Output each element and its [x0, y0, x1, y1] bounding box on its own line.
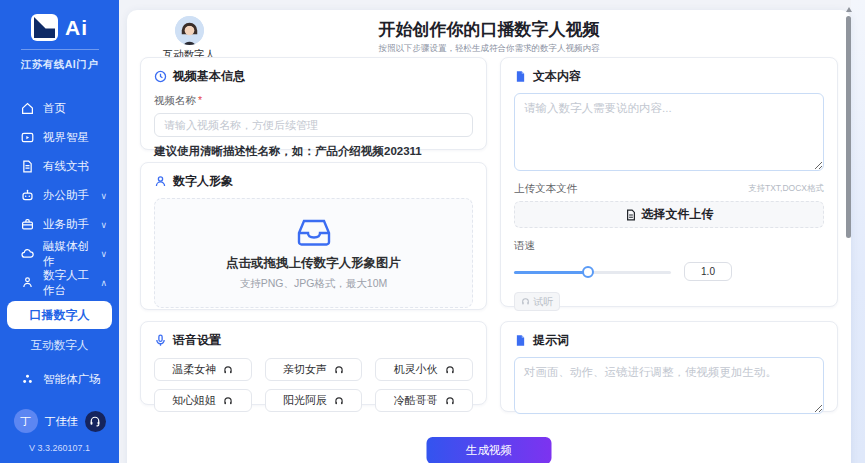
headphone-icon	[445, 396, 455, 406]
headphone-icon	[334, 365, 344, 375]
voice-option-button[interactable]: 机灵小伙	[375, 358, 473, 381]
left-column: 视频基本信息 视频名称* 建议使用清晰描述性名称，如：产品介绍视频202311 …	[140, 57, 487, 405]
headphone-icon	[521, 297, 530, 306]
chevron-down-icon: ∨	[100, 249, 107, 259]
main-panel: 互动数字人 开始创作你的口播数字人视频 按照以下步骤设置，轻松生成符合你需求的数…	[127, 10, 851, 463]
sidebar-item-label: 办公助手	[43, 188, 89, 203]
chevron-up-icon: ∧	[100, 278, 107, 288]
voice-option-button[interactable]: 冷酷哥哥	[375, 389, 473, 412]
right-edge-strip	[851, 0, 865, 463]
speech-text-input[interactable]	[514, 93, 824, 171]
page-subtitle: 按照以下步骤设置，轻松生成符合你需求的数字人视频内容	[127, 43, 851, 55]
cloud-icon	[21, 247, 34, 260]
card-title: 语音设置	[173, 332, 221, 349]
text-content-header: 文本内容	[514, 68, 824, 85]
support-headset-button[interactable]	[85, 411, 106, 432]
dropzone-main-text: 点击或拖拽上传数字人形象图片	[226, 255, 401, 272]
avatar-upload-card: 数字人形象 点击或拖拽上传数字人形象图片 支持PNG、JPG格式，最大10M	[140, 162, 487, 310]
voice-settings-card: 语音设置 温柔女神 亲切女声 机灵小伙 知心姐姐 阳光阿辰 冷酷哥哥	[140, 321, 487, 405]
sidebar-subitem-broadcast-digital-human-active[interactable]: 口播数字人	[7, 301, 112, 329]
document-icon	[514, 334, 527, 347]
text-content-card: 文本内容 上传文本文件 支持TXT,DOCX格式 选择文件上传 语速	[500, 57, 838, 307]
document-icon	[514, 70, 527, 83]
logo: Ai	[0, 0, 119, 41]
voice-option-button[interactable]: 温柔女神	[154, 358, 252, 381]
video-name-input[interactable]	[154, 113, 473, 137]
sidebar-menu: 首页 视界智星 有线文书 办公助手 ∨ 业务助手 ∨ 融媒	[0, 94, 119, 394]
logo-ai-text: Ai	[65, 16, 88, 40]
speed-value-input[interactable]	[684, 262, 732, 281]
sidebar-item-documents[interactable]: 有线文书	[0, 152, 119, 181]
preview-audio-button[interactable]: 试听	[514, 292, 560, 311]
sidebar-item-label: 智能体广场	[43, 372, 101, 387]
card-title: 提示词	[533, 332, 569, 349]
robot-icon	[21, 189, 34, 202]
card-title: 数字人形象	[173, 173, 233, 190]
sidebar-item-vision-star[interactable]: 视界智星	[0, 123, 119, 152]
file-icon	[625, 209, 637, 221]
video-name-label: 视频名称*	[154, 94, 473, 108]
dropzone-sub-text: 支持PNG、JPG格式，最大10M	[240, 277, 388, 291]
user-row: 丁 丁佳佳	[0, 409, 119, 433]
scrollbar-thumb[interactable]	[846, 16, 851, 238]
prompt-input[interactable]	[514, 357, 824, 414]
choose-file-button[interactable]: 选择文件上传	[514, 201, 824, 228]
inbox-upload-icon	[296, 216, 332, 246]
scroll-up-arrow-icon[interactable]	[846, 7, 852, 12]
avatar-upload-header: 数字人形象	[154, 173, 473, 190]
headset-icon	[89, 415, 101, 427]
voice-settings-header: 语音设置	[154, 332, 473, 349]
sidebar-item-label: 融媒体创作	[43, 239, 91, 269]
voice-option-button[interactable]: 阳光阿辰	[265, 389, 363, 412]
avatar[interactable]: 丁	[14, 409, 38, 433]
sidebar-item-media-creation[interactable]: 融媒体创作 ∨	[0, 239, 119, 268]
headphone-icon	[445, 365, 455, 375]
sidebar-item-home[interactable]: 首页	[0, 94, 119, 123]
sidebar-item-office-assistant[interactable]: 办公助手 ∨	[0, 181, 119, 210]
upload-file-hint: 支持TXT,DOCX格式	[748, 183, 824, 195]
voice-option-button[interactable]: 知心姐姐	[154, 389, 252, 412]
page-title: 开始创作你的口播数字人视频	[127, 18, 851, 41]
voice-option-button[interactable]: 亲切女声	[265, 358, 363, 381]
home-icon	[21, 102, 34, 115]
briefcase-icon	[21, 218, 34, 231]
sidebar-item-label: 业务助手	[43, 217, 89, 232]
video-icon	[21, 131, 34, 144]
brand-logo-icon	[31, 14, 58, 41]
avatar-dropzone[interactable]: 点击或拖拽上传数字人形象图片 支持PNG、JPG格式，最大10M	[154, 198, 473, 308]
portal-name: 江苏有线AI门户	[0, 58, 119, 72]
sidebar-item-business-assistant[interactable]: 业务助手 ∨	[0, 210, 119, 239]
upload-file-label: 上传文本文件	[514, 182, 577, 196]
card-title: 视频基本信息	[173, 68, 245, 85]
speed-slider[interactable]	[514, 266, 671, 278]
slider-handle[interactable]	[582, 266, 594, 278]
headphone-icon	[223, 396, 233, 406]
vertical-scrollbar[interactable]	[845, 0, 853, 463]
sidebar-item-agent-plaza[interactable]: 智能体广场	[0, 365, 119, 394]
required-mark: *	[198, 94, 202, 106]
sidebar-item-digital-human-workbench[interactable]: 数字人工作台 ∧	[0, 268, 119, 297]
logo-divider	[21, 49, 99, 50]
video-name-hint: 建议使用清晰描述性名称，如：产品介绍视频202311	[154, 144, 473, 159]
person-icon	[154, 175, 167, 188]
speed-row	[514, 262, 824, 281]
basic-info-card: 视频基本信息 视频名称* 建议使用清晰描述性名称，如：产品介绍视频202311	[140, 57, 487, 150]
document-icon	[21, 160, 34, 173]
sidebar-item-label: 有线文书	[43, 159, 89, 174]
sidebar-item-label: 首页	[43, 101, 66, 116]
headphone-icon	[223, 365, 233, 375]
agents-cluster-icon	[21, 373, 34, 386]
clock-icon	[154, 70, 167, 83]
chevron-down-icon: ∨	[100, 191, 107, 201]
sidebar-subitem-label: 互动数字人	[31, 338, 89, 353]
upload-file-row: 上传文本文件 支持TXT,DOCX格式	[514, 182, 824, 196]
digital-human-icon	[21, 276, 34, 289]
basic-info-header: 视频基本信息	[154, 68, 473, 85]
chevron-down-icon: ∨	[100, 220, 107, 230]
right-column: 文本内容 上传文本文件 支持TXT,DOCX格式 选择文件上传 语速	[500, 57, 838, 412]
user-name: 丁佳佳	[45, 414, 78, 429]
sidebar-item-label: 视界智星	[43, 130, 89, 145]
generate-video-button[interactable]: 生成视频	[427, 437, 552, 463]
speed-label: 语速	[514, 239, 824, 253]
sidebar-subitem-interactive-digital-human[interactable]: 互动数字人	[0, 333, 119, 357]
